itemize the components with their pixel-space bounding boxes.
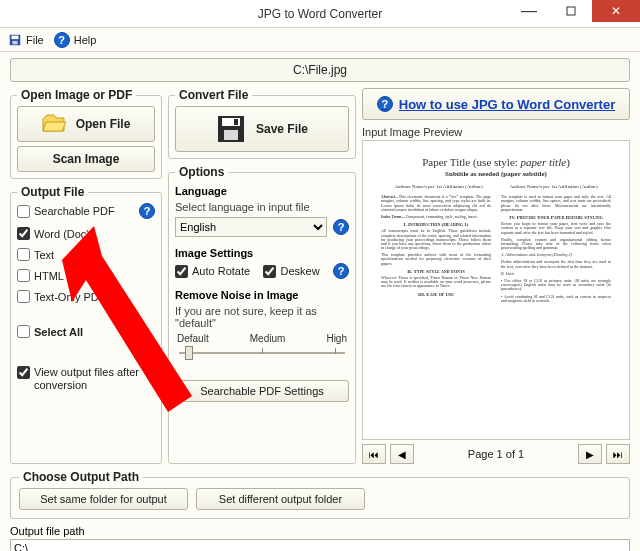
howto-label: How to use JPG to Word Converter bbox=[399, 97, 615, 112]
output-file-path-group: Output file path bbox=[10, 525, 630, 551]
convert-file-group: Convert File Save File bbox=[168, 88, 356, 159]
menu-help-label: Help bbox=[74, 34, 97, 46]
svg-rect-7 bbox=[234, 119, 238, 125]
scan-image-button[interactable]: Scan Image bbox=[17, 146, 155, 172]
floppy-save-icon bbox=[216, 114, 246, 144]
checkbox-html[interactable]: HTML bbox=[17, 269, 155, 282]
checkbox-text-only-pdf-input[interactable] bbox=[17, 290, 30, 303]
pager-last-button[interactable]: ⏭ bbox=[606, 444, 630, 464]
checkbox-html-label: HTML bbox=[34, 270, 64, 282]
checkbox-text-only-pdf-label: Text-Only PDF bbox=[34, 291, 106, 303]
open-file-label: Open File bbox=[76, 117, 131, 131]
checkbox-text-only-pdf[interactable]: Text-Only PDF bbox=[17, 290, 155, 303]
svg-rect-0 bbox=[567, 7, 575, 15]
checkbox-select-all-label: Select All bbox=[34, 326, 83, 338]
pager-first-button[interactable]: ⏮ bbox=[362, 444, 386, 464]
help-icon[interactable]: ? bbox=[333, 263, 349, 279]
client-area: C:\File.jpg Open Image or PDF Open File … bbox=[0, 52, 640, 551]
set-different-folder-button[interactable]: Set different output folder bbox=[196, 488, 365, 510]
output-file-path-label: Output file path bbox=[10, 525, 630, 537]
checkbox-searchable-pdf[interactable]: Searchable PDF bbox=[17, 205, 115, 218]
preview-author-1: Authors Name/s per 1st Affiliation (Auth… bbox=[394, 184, 482, 189]
checkbox-auto-rotate-label: Auto Rotate bbox=[192, 265, 250, 277]
pager-next-button[interactable]: ▶ bbox=[578, 444, 602, 464]
output-file-group: Output File Searchable PDF ? Word (Doc) bbox=[10, 185, 162, 464]
noise-tick-default: Default bbox=[177, 333, 209, 344]
checkbox-text-input[interactable] bbox=[17, 248, 30, 261]
checkbox-deskew[interactable]: Deskew bbox=[263, 265, 319, 278]
checkbox-searchable-pdf-label: Searchable PDF bbox=[34, 205, 115, 217]
output-file-path-input[interactable] bbox=[10, 539, 630, 551]
checkbox-view-after[interactable]: View output files after conversion bbox=[17, 366, 155, 391]
prev-icon: ◀ bbox=[398, 449, 406, 460]
checkbox-view-after-input[interactable] bbox=[17, 366, 30, 379]
searchable-pdf-settings-button[interactable]: Searchable PDF Settings bbox=[175, 380, 349, 402]
scan-image-label: Scan Image bbox=[53, 152, 120, 166]
options-group: Options Language Select language in inpu… bbox=[168, 165, 356, 464]
current-file-path: C:\File.jpg bbox=[10, 58, 630, 82]
howto-link[interactable]: ? How to use JPG to Word Converter bbox=[362, 88, 630, 120]
noise-slider-labels: Default Medium High bbox=[175, 333, 349, 344]
svg-rect-6 bbox=[224, 130, 238, 140]
noise-label: Remove Noise in Image bbox=[175, 289, 349, 301]
language-select[interactable]: English bbox=[175, 217, 327, 237]
menu-file[interactable]: File bbox=[8, 33, 44, 47]
preview-group: Input Image Preview Paper Title (use sty… bbox=[362, 126, 630, 464]
choose-output-path-title: Choose Output Path bbox=[19, 470, 143, 484]
preview-box: Paper Title (use style: paper title) Sub… bbox=[362, 140, 630, 440]
open-image-title: Open Image or PDF bbox=[17, 88, 136, 102]
preview-page: Paper Title (use style: paper title) Sub… bbox=[371, 149, 621, 431]
checkbox-searchable-pdf-input[interactable] bbox=[17, 205, 30, 218]
checkbox-auto-rotate[interactable]: Auto Rotate bbox=[175, 265, 250, 278]
set-different-folder-label: Set different output folder bbox=[219, 493, 342, 505]
set-same-folder-label: Set same folder for output bbox=[40, 493, 167, 505]
maximize-button[interactable] bbox=[550, 0, 592, 22]
output-file-title: Output File bbox=[17, 185, 88, 199]
noise-slider-track[interactable] bbox=[175, 344, 349, 362]
checkbox-html-input[interactable] bbox=[17, 269, 30, 282]
checkbox-word[interactable]: Word (Doc) bbox=[17, 227, 155, 240]
options-title: Options bbox=[175, 165, 228, 179]
noise-tick-high: High bbox=[326, 333, 347, 344]
save-file-button[interactable]: Save File bbox=[175, 106, 349, 152]
help-icon[interactable]: ? bbox=[333, 219, 349, 235]
menu-bar: File ? Help bbox=[0, 28, 640, 52]
choose-output-path-group: Choose Output Path Set same folder for o… bbox=[10, 470, 630, 519]
svg-rect-3 bbox=[12, 40, 17, 44]
menu-file-label: File bbox=[26, 34, 44, 46]
checkbox-auto-rotate-input[interactable] bbox=[175, 265, 188, 278]
pager: ⏮ ◀ Page 1 of 1 ▶ ⏭ bbox=[362, 444, 630, 464]
set-same-folder-button[interactable]: Set same folder for output bbox=[19, 488, 188, 510]
preview-title: Paper Title (use style: paper title) bbox=[381, 157, 611, 169]
minimize-button[interactable]: — bbox=[508, 0, 550, 22]
menu-help[interactable]: ? Help bbox=[54, 32, 97, 48]
checkbox-select-all[interactable]: Select All bbox=[17, 325, 155, 338]
preview-subtitle: Subtitle as needed (paper subtitle) bbox=[381, 171, 611, 178]
searchable-pdf-settings-label: Searchable PDF Settings bbox=[200, 385, 324, 397]
language-hint: Select language in input file bbox=[175, 201, 349, 213]
checkbox-select-all-input[interactable] bbox=[17, 325, 30, 338]
save-icon bbox=[8, 33, 22, 47]
checkbox-deskew-input[interactable] bbox=[263, 265, 276, 278]
window-controls: — ✕ bbox=[508, 0, 640, 22]
close-button[interactable]: ✕ bbox=[592, 0, 640, 22]
checkbox-word-input[interactable] bbox=[17, 227, 30, 240]
noise-slider-thumb[interactable] bbox=[185, 346, 193, 360]
title-bar: JPG to Word Converter — ✕ bbox=[0, 0, 640, 28]
help-icon: ? bbox=[377, 96, 393, 112]
checkbox-text[interactable]: Text bbox=[17, 248, 155, 261]
next-icon: ▶ bbox=[586, 449, 594, 460]
checkbox-deskew-label: Deskew bbox=[280, 265, 319, 277]
open-file-button[interactable]: Open File bbox=[17, 106, 155, 142]
last-icon: ⏭ bbox=[613, 449, 623, 460]
preview-author-2: Authors Name/s per 1st Affiliation (Auth… bbox=[509, 184, 597, 189]
preview-authors: Authors Name/s per 1st Affiliation (Auth… bbox=[381, 184, 611, 189]
noise-slider[interactable]: Default Medium High bbox=[175, 333, 349, 362]
open-image-group: Open Image or PDF Open File Scan Image bbox=[10, 88, 162, 179]
noise-hint: If you are not sure, keep it as "default… bbox=[175, 305, 349, 329]
pager-prev-button[interactable]: ◀ bbox=[390, 444, 414, 464]
pager-label: Page 1 of 1 bbox=[418, 448, 574, 460]
preview-legend: Input Image Preview bbox=[362, 126, 630, 138]
convert-file-title: Convert File bbox=[175, 88, 252, 102]
help-icon[interactable]: ? bbox=[139, 203, 155, 219]
